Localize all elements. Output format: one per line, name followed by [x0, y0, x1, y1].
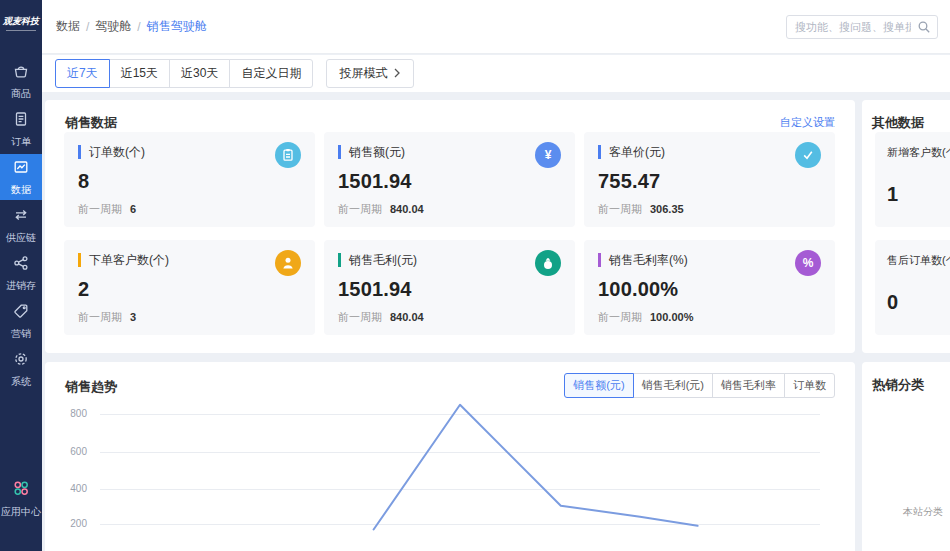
tab-series-order-count[interactable]: 订单数: [784, 373, 835, 398]
breadcrumb-item-sales-cockpit: 销售驾驶舱: [147, 18, 207, 35]
tab-custom-date[interactable]: 自定义日期: [229, 59, 313, 88]
stat-card-aftersale-orders: 售后订单数(个) 0: [875, 240, 950, 335]
sidebar-item-system[interactable]: 系统: [0, 346, 42, 392]
cast-mode-button[interactable]: 投屏模式: [326, 59, 414, 88]
hot-categories-footnote: 本站分类: [903, 505, 943, 519]
breadcrumb-item-data[interactable]: 数据: [56, 18, 80, 35]
stat-value: 1501.94: [338, 170, 561, 193]
check-icon: [795, 142, 821, 168]
stat-card-order-count: 订单数(个) 8 前一周期6: [64, 132, 315, 227]
sidebar-item-label: 订单: [11, 135, 31, 149]
stat-prev: 前一周期840.04: [338, 202, 561, 217]
tab-last-15-days[interactable]: 近15天: [109, 59, 170, 88]
logo-text: 观麦科技: [3, 15, 39, 28]
stat-label: 新增客户数(个): [887, 145, 950, 160]
user-icon: [275, 250, 301, 276]
sales-data-title: 销售数据: [65, 114, 117, 132]
stat-value: 8: [78, 170, 301, 193]
stat-label: 销售额(元): [349, 145, 405, 159]
screen: 观麦科技 商品 订单: [0, 0, 950, 551]
sidebar-item-marketing[interactable]: 营销: [0, 298, 42, 344]
trend-series-tabs: 销售额(元) 销售毛利(元) 销售毛利率 订单数: [565, 373, 835, 398]
breadcrumb-separator: /: [86, 20, 89, 34]
sidebar-item-label: 进销存: [6, 279, 36, 293]
tab-last-30-days[interactable]: 近30天: [169, 59, 230, 88]
yuan-icon: ¥: [535, 142, 561, 168]
stat-prev: 前一周期3: [78, 310, 301, 325]
other-data-title: 其他数据: [872, 114, 924, 132]
stat-value: 1: [887, 183, 950, 206]
sidebar-item-goods[interactable]: 商品: [0, 58, 42, 104]
sidebar: 观麦科技 商品 订单: [0, 0, 42, 551]
clipboard-icon: [275, 142, 301, 168]
order-icon: [12, 110, 30, 132]
sidebar-item-inventory[interactable]: 进销存: [0, 250, 42, 296]
stat-card-sales-amount: 销售额(元) ¥ 1501.94 前一周期840.04: [324, 132, 575, 227]
stat-label: 销售毛利(元): [349, 253, 417, 267]
stat-card-gross-margin: 销售毛利率(%) % 100.00% 前一周期100.00%: [584, 240, 835, 335]
sidebar-item-label: 商品: [11, 87, 31, 101]
sidebar-item-label: 数据: [11, 183, 31, 197]
search-input[interactable]: [786, 15, 938, 39]
trend-line: [45, 402, 855, 551]
supply-chain-icon: [12, 206, 30, 228]
date-range-tabs: 近7天 近15天 近30天 自定义日期: [55, 59, 313, 88]
stat-label: 售后订单数(个): [887, 253, 950, 268]
stat-prev: 前一周期306.35: [598, 202, 821, 217]
sales-cards-grid: 订单数(个) 8 前一周期6 销售额(元) ¥ 1501.94 前一周期840.…: [64, 132, 835, 335]
breadcrumb-separator: /: [137, 20, 140, 34]
app-center-icon: [11, 478, 31, 502]
chevron-right-icon: [393, 67, 401, 81]
sidebar-item-label: 应用中心: [1, 505, 41, 519]
sales-trend-panel: 销售趋势 销售额(元) 销售毛利(元) 销售毛利率 订单数 800 600 40…: [45, 362, 855, 551]
trend-chart: 800 600 400 200: [45, 402, 855, 551]
stat-prev: 前一周期840.04: [338, 310, 561, 325]
sidebar-item-label: 营销: [11, 327, 31, 341]
breadcrumb: 数据 / 驾驶舱 / 销售驾驶舱: [56, 18, 207, 35]
stat-value: 1501.94: [338, 278, 561, 301]
stat-card-new-customers: 新增客户数(个) 1: [875, 132, 950, 227]
stat-card-avg-order-value: 客单价(元) 755.47 前一周期306.35: [584, 132, 835, 227]
stat-label: 客单价(元): [609, 145, 665, 159]
stat-prev: 前一周期100.00%: [598, 310, 821, 325]
sidebar-item-orders[interactable]: 订单: [0, 106, 42, 152]
sidebar-item-supply-chain[interactable]: 供应链: [0, 202, 42, 248]
sidebar-item-app-center[interactable]: 应用中心: [0, 475, 42, 521]
sales-data-panel: 销售数据 自定义设置 订单数(个) 8 前一周期6 销售额(元) ¥ 1501.…: [45, 100, 855, 353]
logo-underline: [6, 30, 36, 31]
stat-label: 下单客户数(个): [89, 253, 169, 267]
data-chart-icon: [12, 158, 30, 180]
marketing-tag-icon: [12, 302, 30, 324]
moneybag-icon: [535, 250, 561, 276]
stat-prev: 前一周期6: [78, 202, 301, 217]
stat-value: 755.47: [598, 170, 821, 193]
filter-bar: 近7天 近15天 近30天 自定义日期 投屏模式: [42, 55, 950, 92]
hot-categories-title: 热销分类: [872, 376, 924, 394]
basket-icon: [12, 62, 30, 84]
custom-settings-link[interactable]: 自定义设置: [780, 115, 835, 130]
stat-card-gross-profit: 销售毛利(元) 1501.94 前一周期840.04: [324, 240, 575, 335]
tab-series-sales-amount[interactable]: 销售额(元): [564, 373, 633, 398]
search-box: [786, 15, 938, 39]
tab-series-gross-margin[interactable]: 销售毛利率: [712, 373, 785, 398]
stat-card-ordering-customers: 下单客户数(个) 2 前一周期3: [64, 240, 315, 335]
other-data-panel: 其他数据 新增客户数(个) 1 售后订单数(个) 0: [862, 100, 950, 353]
sidebar-item-data[interactable]: 数据: [0, 154, 42, 200]
sidebar-item-label: 供应链: [6, 231, 36, 245]
topbar: 数据 / 驾驶舱 / 销售驾驶舱: [42, 0, 950, 54]
percent-icon: %: [795, 250, 821, 276]
logo: 观麦科技: [0, 0, 42, 46]
stat-label: 销售毛利率(%): [609, 253, 688, 267]
sidebar-nav: 商品 订单 数据: [0, 58, 42, 394]
stat-value: 2: [78, 278, 301, 301]
breadcrumb-item-cockpit[interactable]: 驾驶舱: [95, 18, 131, 35]
tab-series-gross-profit[interactable]: 销售毛利(元): [633, 373, 713, 398]
hot-categories-panel: 热销分类 本站分类: [862, 362, 950, 551]
sales-trend-title: 销售趋势: [65, 378, 117, 396]
inventory-icon: [12, 254, 30, 276]
gear-icon: [12, 350, 30, 372]
stat-value: 0: [887, 291, 950, 314]
tab-last-7-days[interactable]: 近7天: [55, 59, 110, 88]
stat-value: 100.00%: [598, 278, 821, 301]
stat-label: 订单数(个): [89, 145, 145, 159]
